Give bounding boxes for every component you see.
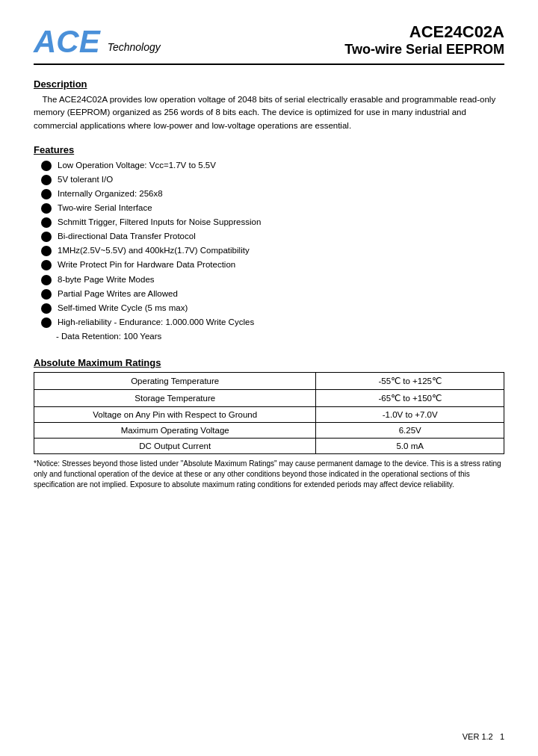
- features-title: Features: [34, 144, 504, 155]
- table-row: Storage Temperature-65℃ to +150℃: [34, 389, 504, 406]
- logo-area: ACE Technology: [34, 26, 161, 58]
- description-text: The ACE24C02A provides low operation vol…: [34, 93, 504, 132]
- notice-text: *Notice: Stresses beyond those listed un…: [34, 459, 504, 490]
- ace-logo: ACE: [34, 26, 100, 58]
- bullet-icon: [41, 260, 52, 270]
- list-item: Partial Page Writes are Allowed: [41, 288, 504, 300]
- bullet-icon: [41, 217, 52, 228]
- ratings-table: Operating Temperature-55℃ to +125℃Storag…: [34, 372, 504, 454]
- table-row: Operating Temperature-55℃ to +125℃: [34, 372, 504, 389]
- description-title: Description: [34, 78, 504, 90]
- ratings-section: Absolute Maximum Ratings Operating Tempe…: [34, 357, 504, 490]
- product-subtitle: Two-wire Serial EEPROM: [344, 42, 504, 58]
- list-item: Self-timed Write Cycle (5 ms max): [41, 302, 504, 314]
- table-row: Voltage on Any Pin with Respect to Groun…: [34, 406, 504, 422]
- bullet-icon: [41, 317, 52, 328]
- bullet-icon: [41, 275, 52, 285]
- bullet-icon: [41, 303, 52, 314]
- features-sub-item: - Data Retention: 100 Years: [34, 330, 504, 342]
- page-header: ACE Technology ACE24C02A Two-wire Serial…: [34, 22, 504, 65]
- list-item: Low Operation Voltage: Vcc=1.7V to 5.5V: [41, 159, 504, 171]
- bullet-icon: [41, 246, 52, 256]
- list-item: Write Protect Pin for Hardware Data Prot…: [41, 258, 504, 270]
- table-row: Maximum Operating Voltage6.25V: [34, 422, 504, 438]
- bullet-icon: [41, 232, 52, 242]
- features-section: Features Low Operation Voltage: Vcc=1.7V…: [34, 144, 504, 342]
- list-item: High-reliability - Endurance: 1.000.000 …: [41, 316, 504, 328]
- list-item: Two-wire Serial Interface: [41, 202, 504, 214]
- list-item: Internally Organized: 256x8: [41, 188, 504, 199]
- version-label: VER 1.2: [463, 732, 493, 741]
- model-number: ACE24C02A: [344, 22, 504, 42]
- page-number: 1: [500, 732, 504, 741]
- features-list: Low Operation Voltage: Vcc=1.7V to 5.5V5…: [34, 159, 504, 328]
- page-footer: VER 1.2 1: [463, 732, 504, 741]
- list-item: Bi-directional Data Transfer Protocol: [41, 230, 504, 242]
- list-item: 5V tolerant I/O: [41, 173, 504, 185]
- technology-label: Technology: [108, 41, 161, 53]
- bullet-icon: [41, 189, 52, 199]
- ratings-title: Absolute Maximum Ratings: [34, 357, 504, 368]
- table-row: DC Output Current5.0 mA: [34, 438, 504, 453]
- bullet-icon: [41, 175, 52, 185]
- list-item: Schmitt Trigger, Filtered Inputs for Noi…: [41, 216, 504, 228]
- list-item: 1MHz(2.5V~5.5V) and 400kHz(1.7V) Compati…: [41, 244, 504, 256]
- product-title: ACE24C02A Two-wire Serial EEPROM: [344, 22, 504, 58]
- bullet-icon: [41, 289, 52, 300]
- bullet-icon: [41, 161, 52, 171]
- list-item: 8-byte Page Write Modes: [41, 273, 504, 285]
- bullet-icon: [41, 203, 52, 214]
- description-section: Description The ACE24C02A provides low o…: [34, 78, 504, 132]
